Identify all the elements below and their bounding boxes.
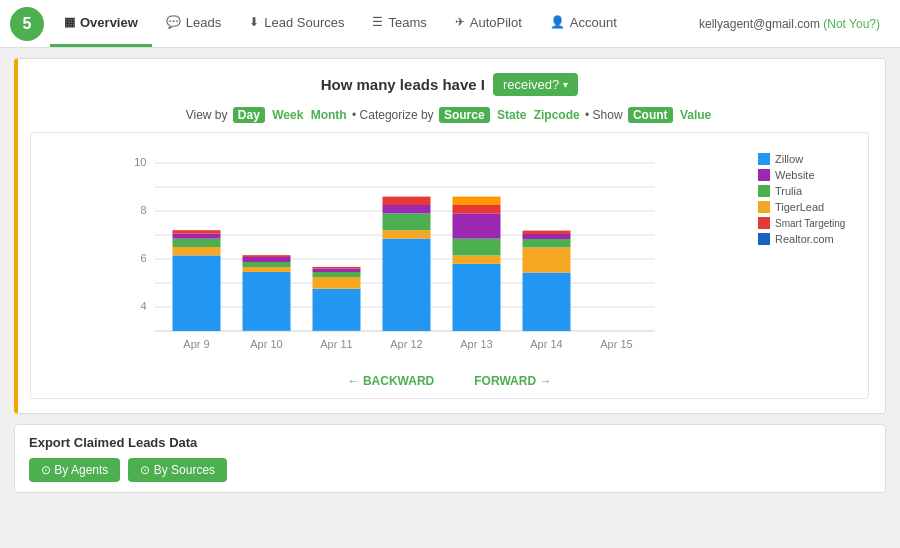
svg-text:8: 8	[140, 204, 146, 216]
svg-rect-37	[453, 255, 501, 263]
svg-rect-27	[313, 269, 361, 272]
leads-icon: 💬	[166, 15, 181, 29]
logo[interactable]: 5	[10, 7, 44, 41]
svg-rect-26	[313, 272, 361, 277]
svg-rect-36	[453, 264, 501, 331]
legend-item-website: Website	[758, 169, 858, 181]
filter-week[interactable]: Week	[272, 108, 303, 122]
legend-item-smart-targeting: Smart Targeting	[758, 217, 858, 229]
by-sources-button[interactable]: ⊙ By Sources	[128, 458, 227, 482]
user-info: kellyagent@gmail.com (Not You?)	[699, 17, 890, 31]
legend-item-tigerlead: TigerLead	[758, 201, 858, 213]
svg-rect-14	[173, 239, 221, 247]
filter-state[interactable]: State	[497, 108, 526, 122]
zillow-color	[758, 153, 770, 165]
export-title: Export Claimed Leads Data	[29, 435, 871, 450]
svg-text:Apr 15: Apr 15	[600, 338, 632, 350]
svg-rect-39	[453, 213, 501, 238]
teams-icon: ☰	[372, 15, 383, 29]
dropdown-caret-icon: ▾	[563, 79, 568, 90]
svg-rect-16	[173, 230, 221, 233]
question-row: How many leads have I received? ▾	[30, 73, 869, 96]
autopilot-icon: ✈	[455, 15, 465, 29]
question-text: How many leads have I	[321, 76, 485, 93]
tigerlead-color	[758, 201, 770, 213]
smart-targeting-color	[758, 217, 770, 229]
svg-rect-32	[383, 213, 431, 230]
lead-sources-icon: ⬇	[249, 15, 259, 29]
received-dropdown[interactable]: received? ▾	[493, 73, 578, 96]
svg-rect-24	[313, 289, 361, 331]
backward-button[interactable]: ← BACKWARD	[348, 374, 435, 388]
svg-text:Apr 10: Apr 10	[250, 338, 282, 350]
svg-text:Apr 14: Apr 14	[530, 338, 562, 350]
svg-rect-31	[383, 230, 431, 238]
svg-rect-41	[453, 197, 501, 205]
svg-text:6: 6	[140, 252, 146, 264]
chart-inner: 10 8 6 4 Apr 9	[41, 143, 858, 366]
nav-item-autopilot[interactable]: ✈ AutoPilot	[441, 0, 536, 47]
svg-rect-20	[243, 262, 291, 267]
filter-source[interactable]: Source	[439, 107, 490, 123]
export-section: Export Claimed Leads Data ⊙ By Agents ⊙ …	[14, 424, 886, 493]
filter-count[interactable]: Count	[628, 107, 673, 123]
export-buttons: ⊙ By Agents ⊙ By Sources	[29, 458, 871, 482]
website-color	[758, 169, 770, 181]
svg-rect-44	[523, 247, 571, 272]
filter-day[interactable]: Day	[233, 107, 265, 123]
svg-rect-34	[383, 197, 431, 205]
trulia-color	[758, 185, 770, 197]
svg-text:Apr 12: Apr 12	[390, 338, 422, 350]
nav-item-account[interactable]: 👤 Account	[536, 0, 631, 47]
nav-item-teams[interactable]: ☰ Teams	[358, 0, 440, 47]
not-you-link[interactable]: (Not You?)	[823, 17, 880, 31]
filter-value[interactable]: Value	[680, 108, 711, 122]
filter-month[interactable]: Month	[311, 108, 347, 122]
svg-rect-19	[243, 267, 291, 272]
legend-item-trulia: Trulia	[758, 185, 858, 197]
navbar: 5 ▦ Overview 💬 Leads ⬇ Lead Sources ☰ Te…	[0, 0, 900, 48]
chart-legend: Zillow Website Trulia TigerLead	[758, 143, 858, 366]
svg-rect-33	[383, 205, 431, 213]
account-icon: 👤	[550, 15, 565, 29]
svg-rect-13	[173, 247, 221, 255]
svg-rect-15	[173, 234, 221, 239]
svg-rect-40	[453, 205, 501, 213]
svg-text:Apr 13: Apr 13	[460, 338, 492, 350]
nav-item-leads[interactable]: 💬 Leads	[152, 0, 235, 47]
legend-item-zillow: Zillow	[758, 153, 858, 165]
svg-rect-21	[243, 257, 291, 262]
svg-rect-46	[523, 234, 571, 239]
svg-text:10: 10	[134, 156, 146, 168]
realtor-color	[758, 233, 770, 245]
svg-rect-43	[523, 273, 571, 331]
svg-rect-22	[243, 255, 291, 257]
svg-text:4: 4	[140, 300, 146, 312]
chart-card: How many leads have I received? ▾ View b…	[14, 58, 886, 414]
svg-rect-45	[523, 239, 571, 247]
bar-chart: 10 8 6 4 Apr 9	[41, 143, 748, 363]
forward-button[interactable]: FORWARD →	[474, 374, 551, 388]
svg-rect-38	[453, 239, 501, 256]
svg-rect-47	[523, 231, 571, 234]
svg-text:Apr 11: Apr 11	[320, 338, 352, 350]
filter-zipcode[interactable]: Zipcode	[534, 108, 580, 122]
svg-rect-30	[383, 239, 431, 331]
main-content: How many leads have I received? ▾ View b…	[0, 48, 900, 548]
nav-item-lead-sources[interactable]: ⬇ Lead Sources	[235, 0, 358, 47]
svg-rect-25	[313, 277, 361, 289]
chart-container: 10 8 6 4 Apr 9	[30, 132, 869, 399]
svg-rect-28	[313, 267, 361, 269]
overview-icon: ▦	[64, 15, 75, 29]
svg-text:Apr 9: Apr 9	[183, 338, 209, 350]
nav-item-overview[interactable]: ▦ Overview	[50, 0, 152, 47]
svg-rect-18	[243, 272, 291, 331]
legend-item-realtor: Realtor.com	[758, 233, 858, 245]
by-agents-button[interactable]: ⊙ By Agents	[29, 458, 120, 482]
nav-items: ▦ Overview 💬 Leads ⬇ Lead Sources ☰ Team…	[50, 0, 631, 47]
chart-filters: View by Day Week Month • Categorize by S…	[30, 108, 869, 122]
chart-nav: ← BACKWARD FORWARD →	[41, 374, 858, 388]
chart-svg-area: 10 8 6 4 Apr 9	[41, 143, 748, 366]
svg-rect-12	[173, 255, 221, 331]
